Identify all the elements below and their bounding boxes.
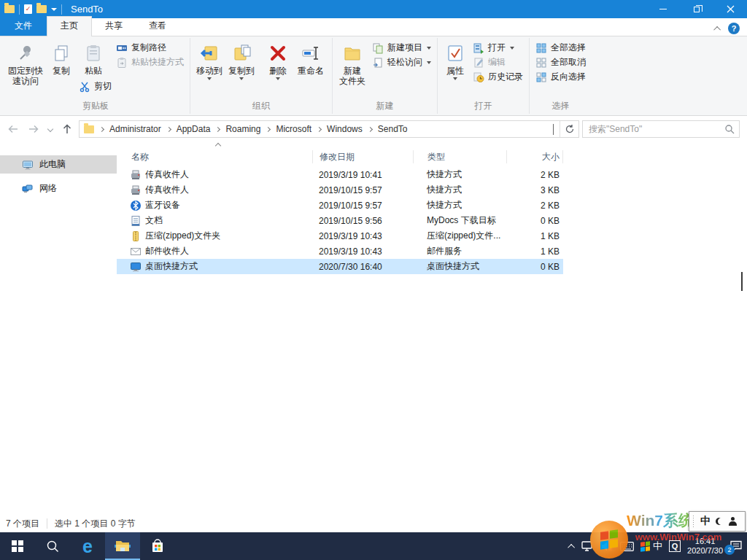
back-button[interactable] bbox=[4, 120, 22, 138]
ribbon-tab-row: 文件 主页 共享 查看 ? bbox=[0, 18, 747, 36]
tab-view[interactable]: 查看 bbox=[136, 17, 179, 36]
invert-selection-button[interactable]: 反向选择 bbox=[535, 71, 586, 83]
network-status-icon[interactable] bbox=[581, 541, 594, 552]
tray-overflow-chevron-icon[interactable] bbox=[568, 543, 575, 551]
move-to-button[interactable]: 移动到 bbox=[193, 38, 225, 80]
start-button[interactable] bbox=[0, 532, 35, 560]
address-dropdown-button[interactable] bbox=[547, 124, 560, 134]
action-center-button[interactable]: 2 bbox=[729, 540, 743, 552]
breadcrumb-item[interactable]: Windows bbox=[324, 124, 365, 134]
tab-file[interactable]: 文件 bbox=[0, 17, 47, 36]
column-header-date[interactable]: 修改日期 bbox=[312, 150, 413, 163]
new-item-icon bbox=[372, 42, 384, 54]
restore-button[interactable] bbox=[680, 0, 713, 18]
file-name: 压缩(zipped)文件夹 bbox=[145, 230, 220, 242]
paste-shortcut-button[interactable]: 粘贴快捷方式 bbox=[116, 56, 184, 69]
taskbar-store-button[interactable] bbox=[140, 532, 175, 560]
breadcrumb-item[interactable]: Roaming bbox=[222, 124, 263, 134]
chevron-right-icon bbox=[368, 126, 373, 131]
paste-button[interactable]: 粘贴 bbox=[76, 38, 111, 76]
open-button[interactable]: 打开 bbox=[473, 42, 523, 54]
column-header-type[interactable]: 类型 bbox=[413, 150, 506, 163]
folder-icon[interactable] bbox=[4, 5, 15, 13]
taskbar-explorer-button[interactable] bbox=[105, 532, 140, 560]
ime-chinese-mode-label[interactable]: 中 bbox=[700, 515, 711, 528]
collapse-ribbon-icon[interactable] bbox=[713, 26, 721, 33]
table-row-selected[interactable]: 桌面快捷方式 2020/7/30 16:40 桌面快捷方式 0 KB bbox=[117, 259, 563, 274]
pin-label: 固定到快速访问 bbox=[7, 66, 44, 86]
easy-access-chevron-icon bbox=[427, 61, 431, 64]
column-header-size[interactable]: 大小 bbox=[506, 150, 563, 163]
up-button[interactable] bbox=[58, 120, 76, 138]
new-item-label: 新建项目 bbox=[387, 42, 422, 54]
breadcrumb-item[interactable]: Microsoft bbox=[273, 124, 314, 134]
file-name: 文档 bbox=[145, 214, 163, 227]
forward-arrow-icon bbox=[27, 122, 40, 136]
copy-path-button[interactable]: 复制路径 bbox=[116, 42, 184, 54]
group-label-clipboard: 剪贴板 bbox=[4, 98, 187, 115]
select-all-button[interactable]: 全部选择 bbox=[535, 42, 586, 54]
copy-button[interactable]: 复制 bbox=[47, 38, 76, 76]
breadcrumb-item[interactable]: SendTo bbox=[375, 124, 411, 134]
tab-home[interactable]: 主页 bbox=[47, 16, 92, 36]
forward-button[interactable] bbox=[25, 120, 42, 138]
touch-keyboard-icon[interactable] bbox=[620, 542, 634, 551]
search-input[interactable] bbox=[589, 124, 724, 134]
pin-to-quick-access-button[interactable]: 固定到快速访问 bbox=[4, 38, 47, 86]
recent-locations-button[interactable] bbox=[45, 120, 55, 138]
file-size: 1 KB bbox=[506, 231, 563, 241]
properties-check-icon[interactable]: ✓ bbox=[24, 4, 32, 14]
cut-label: 剪切 bbox=[94, 80, 112, 93]
new-folder-icon[interactable] bbox=[36, 5, 47, 13]
table-row[interactable]: 邮件收件人 2019/3/19 10:43 邮件服务 1 KB bbox=[117, 244, 563, 259]
column-header-name[interactable]: 名称 bbox=[117, 150, 312, 163]
minimize-button[interactable] bbox=[646, 0, 680, 18]
new-item-button[interactable]: 新建项目 bbox=[372, 42, 431, 54]
table-row[interactable]: 蓝牙设备 2019/10/15 9:57 快捷方式 2 KB bbox=[117, 198, 563, 213]
file-size: 1 KB bbox=[506, 246, 563, 257]
network-icon bbox=[22, 183, 34, 195]
rename-button[interactable]: 重命名 bbox=[293, 38, 329, 76]
windows-logo-icon bbox=[12, 540, 23, 552]
windows-flag-icon bbox=[640, 541, 650, 551]
table-row[interactable]: 传真收件人 2019/3/19 10:41 快捷方式 2 KB bbox=[117, 167, 563, 182]
table-row[interactable]: 传真收件人 2019/10/15 9:57 快捷方式 3 KB bbox=[117, 182, 563, 198]
taskbar-clock[interactable]: 16:41 2020/7/30 bbox=[687, 537, 723, 556]
breadcrumb[interactable]: Administrator AppData Roaming Microsoft … bbox=[79, 120, 579, 138]
history-button[interactable]: 历史记录 bbox=[473, 71, 523, 83]
copy-to-button[interactable]: 复制到 bbox=[225, 38, 258, 80]
fax-icon bbox=[130, 184, 142, 196]
ime-toolbar[interactable]: 中 bbox=[689, 511, 746, 532]
ime-language-indicator[interactable]: 中 bbox=[640, 540, 662, 553]
ime-fullwidth-moon-icon[interactable] bbox=[716, 518, 723, 525]
drag-handle[interactable] bbox=[692, 515, 695, 528]
easy-access-button[interactable]: 轻松访问 bbox=[372, 56, 431, 69]
main-content: 此电脑 网络 名称 修改日期 类型 大小 传真收件人 2019/3/19 10:… bbox=[0, 142, 747, 515]
chevron-right-icon bbox=[215, 126, 220, 131]
taskbar-search-button[interactable] bbox=[35, 532, 70, 560]
cut-button[interactable]: 剪切 bbox=[76, 76, 113, 93]
sidebar-item-this-pc[interactable]: 此电脑 bbox=[0, 155, 117, 174]
volume-muted-icon[interactable] bbox=[600, 541, 614, 552]
close-button[interactable] bbox=[713, 0, 747, 18]
select-none-button[interactable]: 全部取消 bbox=[535, 56, 586, 69]
table-row[interactable]: 压缩(zipped)文件夹 2019/3/19 10:43 压缩(zipped)… bbox=[117, 228, 563, 244]
breadcrumb-item[interactable]: Administrator bbox=[107, 124, 164, 134]
breadcrumb-item[interactable]: AppData bbox=[174, 124, 214, 134]
new-folder-button[interactable]: 新建 文件夹 bbox=[336, 38, 369, 86]
search-box[interactable] bbox=[582, 120, 740, 138]
properties-button[interactable]: 属性 bbox=[441, 38, 470, 80]
edit-button[interactable]: 编辑 bbox=[473, 56, 523, 69]
help-icon[interactable]: ? bbox=[728, 23, 740, 34]
tab-share[interactable]: 共享 bbox=[92, 17, 136, 36]
delete-button[interactable]: 删除 bbox=[263, 38, 293, 80]
sidebar-item-network[interactable]: 网络 bbox=[0, 179, 117, 198]
table-row[interactable]: 文档 2019/10/15 9:56 MyDocs 下载目标 0 KB bbox=[117, 213, 563, 228]
customize-toolbar-chevron-icon[interactable] bbox=[51, 8, 57, 11]
window-controls bbox=[646, 0, 747, 18]
taskbar-edge-button[interactable]: e bbox=[70, 532, 105, 560]
tray-app-q-icon[interactable]: Q bbox=[669, 540, 681, 552]
ime-user-icon[interactable] bbox=[728, 517, 737, 526]
file-name: 传真收件人 bbox=[145, 184, 189, 196]
refresh-button[interactable] bbox=[560, 121, 578, 137]
